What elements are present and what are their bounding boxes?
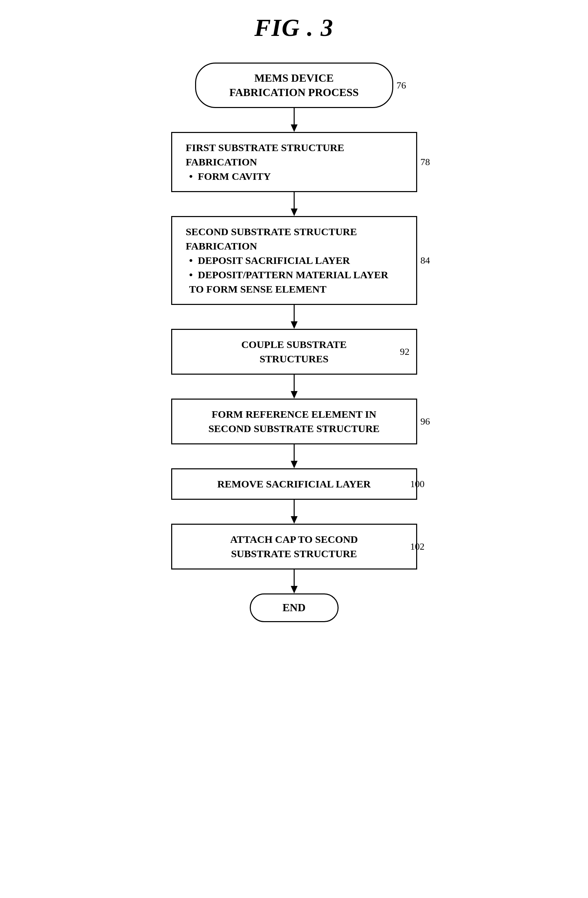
svg-marker-1 <box>291 125 298 132</box>
svg-marker-3 <box>291 209 298 216</box>
node-84: SECOND SUBSTRATE STRUCTURE FABRICATION •… <box>106 216 482 305</box>
page: FIG . 3 MEMS DEVICEFABRICATION PROCESS 7… <box>106 14 482 622</box>
rect-84: SECOND SUBSTRATE STRUCTURE FABRICATION •… <box>171 216 417 305</box>
rect-84-bullet1: • DEPOSIT SACRIFICIAL LAYER <box>189 253 402 268</box>
arrow-2 <box>289 192 299 216</box>
svg-marker-11 <box>291 516 298 524</box>
end-text: END <box>282 601 306 614</box>
arrow-7 <box>289 569 299 594</box>
end-oval: END <box>250 594 339 622</box>
rect-100-text: REMOVE SACRIFICIAL LAYER <box>217 478 371 489</box>
rect-100: REMOVE SACRIFICIAL LAYER <box>171 468 417 500</box>
start-line1: MEMS DEVICEFABRICATION PROCESS <box>229 72 358 98</box>
arrow-4 <box>289 375 299 398</box>
rect-84-bullet2: • DEPOSIT/PATTERN MATERIAL LAYER TO FORM… <box>189 268 402 296</box>
svg-marker-13 <box>291 586 298 594</box>
label-96: 96 <box>421 416 430 427</box>
label-92: 92 <box>400 346 410 357</box>
arrow-1 <box>289 108 299 132</box>
arrow-3 <box>289 305 299 329</box>
arrow-6 <box>289 500 299 524</box>
flowchart: MEMS DEVICEFABRICATION PROCESS 76 FIRST … <box>106 63 482 622</box>
start-oval: MEMS DEVICEFABRICATION PROCESS <box>195 63 393 108</box>
node-78: FIRST SUBSTRATE STRUCTURE FABRICATION • … <box>106 132 482 192</box>
svg-marker-7 <box>291 391 298 398</box>
rect-102-text: ATTACH CAP TO SECONDSUBSTRATE STRUCTURE <box>230 534 358 559</box>
arrow-5 <box>289 444 299 468</box>
rect-84-title: SECOND SUBSTRATE STRUCTURE FABRICATION <box>186 224 402 253</box>
node-start: MEMS DEVICEFABRICATION PROCESS 76 <box>106 63 482 108</box>
label-76: 76 <box>397 80 406 91</box>
rect-96-text: FORM REFERENCE ELEMENT INSECOND SUBSTRAT… <box>209 409 379 434</box>
svg-marker-9 <box>291 461 298 468</box>
node-92: COUPLE SUBSTRATESTRUCTURES 92 <box>106 329 482 375</box>
node-100: REMOVE SACRIFICIAL LAYER 100 <box>106 468 482 500</box>
rect-92: COUPLE SUBSTRATESTRUCTURES <box>171 329 417 375</box>
label-84: 84 <box>421 255 430 266</box>
rect-78: FIRST SUBSTRATE STRUCTURE FABRICATION • … <box>171 132 417 192</box>
label-102: 102 <box>410 541 425 552</box>
figure-title: FIG . 3 <box>254 14 333 42</box>
node-end: END <box>106 594 482 622</box>
rect-96: FORM REFERENCE ELEMENT INSECOND SUBSTRAT… <box>171 398 417 444</box>
rect-78-bullet1: • FORM CAVITY <box>189 169 402 184</box>
label-100: 100 <box>410 478 425 489</box>
rect-78-title: FIRST SUBSTRATE STRUCTURE FABRICATION <box>186 140 402 169</box>
node-102: ATTACH CAP TO SECONDSUBSTRATE STRUCTURE … <box>106 524 482 569</box>
label-78: 78 <box>421 157 430 168</box>
rect-92-text: COUPLE SUBSTRATESTRUCTURES <box>241 339 347 364</box>
rect-102: ATTACH CAP TO SECONDSUBSTRATE STRUCTURE <box>171 524 417 569</box>
node-96: FORM REFERENCE ELEMENT INSECOND SUBSTRAT… <box>106 398 482 444</box>
svg-marker-5 <box>291 321 298 329</box>
